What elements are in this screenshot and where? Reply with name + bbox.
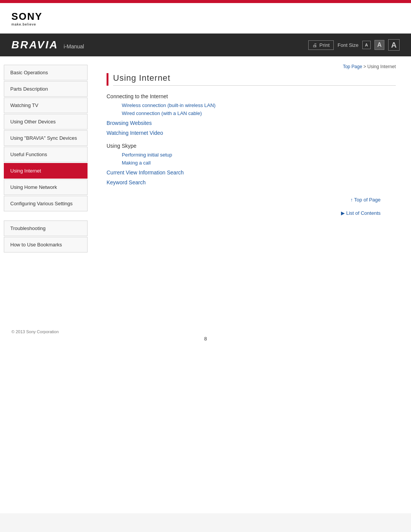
page-title-section: Using Internet: [107, 73, 396, 86]
breadcrumb: Top Page > Using Internet: [107, 64, 396, 69]
bravia-toolbar: BRAVIA i-Manual 🖨 Print Font Size A A A: [0, 34, 411, 56]
content-area: Top Page > Using Internet Using Internet…: [91, 56, 411, 513]
breadcrumb-separator: >: [363, 64, 367, 69]
imanual-subtitle: i-Manual: [64, 43, 84, 50]
top-of-page-link[interactable]: ↑ Top of Page: [350, 197, 381, 203]
red-accent-bar: [0, 0, 411, 3]
wired-link[interactable]: Wired connection (with a LAN cable): [107, 110, 396, 116]
font-medium-button[interactable]: A: [374, 40, 384, 50]
sony-name: SONY: [11, 11, 43, 22]
sony-header: SONY make.believe: [0, 3, 411, 34]
toolbar-right: 🖨 Print Font Size A A A: [308, 39, 400, 51]
print-button[interactable]: 🖨 Print: [308, 40, 334, 50]
page-title: Using Internet: [113, 73, 396, 83]
sony-tagline: make.believe: [11, 22, 36, 26]
sidebar: Basic Operations Parts Description Watch…: [0, 56, 91, 513]
sidebar-item-using-other-devices[interactable]: Using Other Devices: [4, 114, 88, 129]
top-of-page-label: Top of Page: [354, 197, 381, 203]
list-of-contents-label: List of Contents: [346, 210, 381, 216]
sidebar-item-using-internet[interactable]: Using Internet: [4, 163, 88, 179]
print-label: Print: [319, 42, 330, 48]
up-arrow-icon: ↑: [350, 197, 353, 203]
list-of-contents-link[interactable]: ▶ List of Contents: [341, 210, 381, 216]
sidebar-item-using-home-network[interactable]: Using Home Network: [4, 179, 88, 195]
making-call-link[interactable]: Making a call: [107, 160, 396, 166]
current-view-link[interactable]: Current View Information Search: [107, 169, 396, 176]
bravia-logo: BRAVIA i-Manual: [11, 39, 84, 51]
sidebar-item-bravia-sync[interactable]: Using "BRAVIA" Sync Devices: [4, 130, 88, 146]
bravia-title: BRAVIA: [11, 39, 58, 51]
sidebar-item-watching-tv[interactable]: Watching TV: [4, 97, 88, 113]
title-divider: [113, 85, 396, 86]
initial-setup-link[interactable]: Performing initial setup: [107, 152, 396, 158]
browsing-link[interactable]: Browsing Websites: [107, 120, 396, 126]
connecting-heading: Connecting to the Internet: [107, 93, 396, 99]
wireless-link[interactable]: Wireless connection (built-in wireless L…: [107, 102, 396, 108]
sidebar-item-basic-operations[interactable]: Basic Operations: [4, 65, 88, 80]
keyword-search-link[interactable]: Keyword Search: [107, 179, 396, 185]
footer-nav: ↑ Top of Page ▶ List of Contents: [107, 189, 396, 224]
font-large-button[interactable]: A: [388, 39, 400, 51]
main-container: Basic Operations Parts Description Watch…: [0, 56, 411, 513]
skype-heading: Using Skype: [107, 143, 396, 149]
sidebar-item-configuring-settings[interactable]: Configuring Various Settings: [4, 196, 88, 211]
sidebar-item-troubleshooting[interactable]: Troubleshooting: [4, 220, 88, 236]
sidebar-divider: [0, 212, 91, 220]
breadcrumb-top-page[interactable]: Top Page: [343, 64, 362, 69]
page-number: 8: [0, 332, 411, 345]
sidebar-item-bookmarks[interactable]: How to Use Bookmarks: [4, 237, 88, 252]
sidebar-item-useful-functions[interactable]: Useful Functions: [4, 147, 88, 162]
sidebar-item-parts-description[interactable]: Parts Description: [4, 81, 88, 97]
font-small-button[interactable]: A: [362, 41, 371, 49]
font-size-label: Font Size: [338, 42, 358, 48]
sony-logo: SONY make.believe: [11, 11, 43, 26]
print-icon: 🖨: [312, 42, 317, 48]
internet-video-link[interactable]: Watching Internet Video: [107, 130, 396, 136]
breadcrumb-current: Using Internet: [367, 64, 396, 69]
right-arrow-icon: ▶: [341, 210, 345, 216]
